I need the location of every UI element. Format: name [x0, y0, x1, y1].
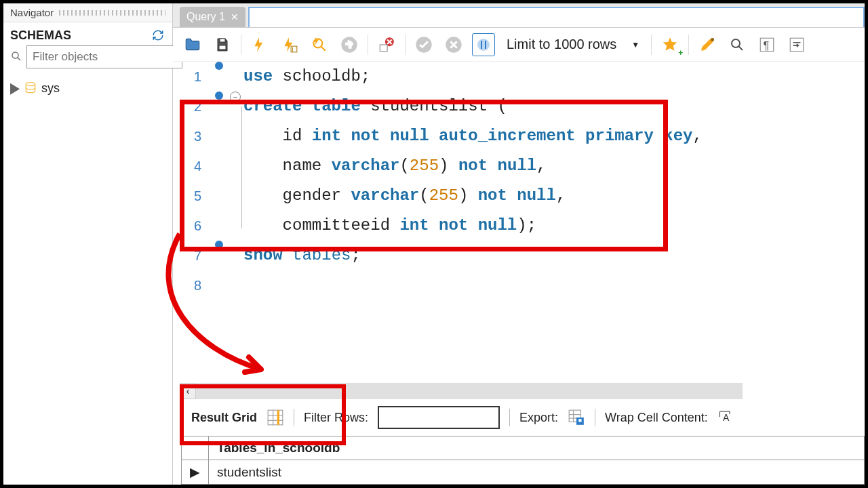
column-header[interactable]: Tables_in_schooldb	[209, 436, 865, 460]
line-number: 2	[173, 92, 211, 121]
scrollbar-track[interactable]	[196, 383, 743, 399]
editor-line[interactable]: 6 committeeid int not null);	[173, 211, 865, 241]
svg-rect-3	[220, 39, 225, 42]
favorite-icon[interactable]: +	[658, 33, 682, 56]
wrap-cell-icon[interactable]: IA	[717, 409, 735, 426]
table-row[interactable]: ▶ studentslist	[182, 460, 865, 485]
line-number: 6	[173, 211, 211, 241]
code-text[interactable]: committeeid int not null);	[243, 211, 536, 241]
code-text[interactable]: create table studentslist (	[243, 92, 507, 121]
editor-line[interactable]: 3 id int not null auto_increment primary…	[173, 121, 865, 151]
separator	[181, 409, 182, 426]
beautify-icon[interactable]	[696, 33, 719, 56]
svg-line-19	[739, 46, 743, 50]
explain-icon[interactable]	[308, 33, 331, 56]
scroll-left-icon[interactable]: ‹	[180, 383, 196, 399]
editor-line[interactable]: 2−create table studentslist (	[173, 92, 865, 121]
caret-right-icon: ▶	[10, 79, 20, 97]
export-icon[interactable]	[568, 409, 585, 426]
svg-point-0	[12, 52, 18, 58]
filter-objects-input[interactable]	[26, 45, 182, 68]
autocommit-toggle-icon[interactable]	[472, 33, 495, 56]
separator	[294, 409, 294, 426]
separator	[509, 409, 510, 426]
code-text[interactable]: gender varchar(255) not null,	[243, 181, 566, 211]
find-icon[interactable]	[726, 33, 749, 56]
editor-line[interactable]: 4 name varchar(255) not null,	[173, 151, 865, 181]
line-number: 3	[173, 121, 211, 151]
fold-toggle-icon[interactable]: −	[230, 92, 241, 102]
refresh-icon[interactable]	[151, 28, 165, 43]
execute-icon[interactable]	[248, 33, 271, 56]
filter-rows-input[interactable]	[378, 406, 500, 429]
svg-line-8	[321, 46, 326, 50]
toolbar-separator	[368, 35, 368, 55]
filter-rows-label: Filter Rows:	[304, 411, 368, 425]
breakpoint-gutter[interactable]	[211, 92, 227, 100]
svg-line-1	[18, 57, 20, 60]
result-grid-label: Result Grid	[191, 411, 257, 425]
rollback-icon[interactable]	[442, 33, 465, 56]
commit-icon[interactable]	[412, 33, 435, 56]
svg-rect-13	[380, 45, 387, 52]
result-table: Tables_in_schooldb ▶ studentslist	[181, 436, 865, 485]
line-number: 8	[173, 270, 211, 300]
cell-value[interactable]: studentslist	[209, 460, 865, 485]
open-file-icon[interactable]	[181, 33, 204, 56]
execute-step-icon[interactable]: I	[278, 33, 301, 56]
svg-rect-4	[219, 45, 226, 49]
separator	[595, 409, 595, 426]
fold-gutter[interactable]: −	[227, 92, 243, 102]
fold-guide	[241, 106, 242, 228]
row-header-blank	[182, 436, 209, 460]
save-icon[interactable]	[211, 33, 234, 56]
svg-rect-33	[578, 419, 581, 422]
tab-label: Query 1	[186, 11, 225, 23]
grid-icon[interactable]	[267, 409, 284, 426]
close-icon[interactable]: ✕	[231, 12, 239, 22]
navigator-panel: Navigator SCHEMAS ▶ sys	[3, 3, 173, 485]
database-icon	[24, 81, 37, 95]
editor-hscrollbar[interactable]: ‹	[180, 383, 743, 399]
schemas-label: SCHEMAS	[10, 28, 71, 43]
tree-item-sys[interactable]: ▶ sys	[9, 78, 167, 98]
search-icon	[10, 50, 22, 64]
statement-dot-icon	[215, 62, 223, 70]
tab-spacer	[248, 7, 865, 27]
breakpoint-gutter[interactable]	[211, 62, 227, 70]
editor-line[interactable]: 1use schooldb;	[173, 62, 865, 92]
editor-line[interactable]: 8	[173, 270, 865, 300]
svg-rect-17	[711, 38, 714, 41]
code-text[interactable]: use schooldb;	[243, 62, 370, 92]
svg-rect-23	[268, 410, 283, 425]
breakpoint-gutter[interactable]	[211, 241, 227, 249]
pilcrow-icon[interactable]: ¶	[755, 33, 778, 56]
tree-item-label: sys	[41, 81, 60, 96]
chevron-down-icon: ▼	[631, 40, 639, 49]
sql-editor[interactable]: 1use schooldb;2−create table studentslis…	[173, 62, 865, 375]
code-text[interactable]: id int not null auto_increment primary k…	[243, 121, 703, 151]
code-text[interactable]: show tables;	[243, 241, 361, 270]
line-number: 4	[173, 151, 211, 181]
wrap-icon[interactable]	[785, 33, 808, 56]
svg-point-2	[26, 83, 35, 86]
navigator-title: Navigator	[10, 7, 54, 18]
sql-toolbar: I Limit to 1000 rows ▼ + ¶	[173, 28, 865, 62]
editor-line[interactable]: 5 gender varchar(255) not null,	[173, 181, 865, 211]
statement-dot-icon	[215, 92, 223, 100]
svg-point-18	[732, 39, 740, 47]
statement-dot-icon	[215, 241, 223, 249]
line-number: 5	[173, 181, 211, 211]
stop-icon[interactable]	[338, 33, 361, 56]
row-limit-label: Limit to 1000 rows	[507, 37, 616, 52]
result-toolbar: Result Grid Filter Rows: Export: Wrap Ce…	[173, 399, 865, 433]
row-limit-dropdown[interactable]: Limit to 1000 rows ▼	[502, 32, 644, 58]
export-label: Export:	[519, 411, 558, 425]
cancel-query-icon[interactable]	[375, 33, 398, 56]
toolbar-separator	[241, 35, 241, 55]
tab-query1[interactable]: Query 1 ✕	[180, 7, 245, 27]
navigator-title-bar: Navigator	[3, 3, 172, 22]
toolbar-separator	[688, 35, 689, 55]
editor-line[interactable]: 7show tables;	[173, 241, 865, 270]
code-text[interactable]: name varchar(255) not null,	[243, 151, 547, 181]
